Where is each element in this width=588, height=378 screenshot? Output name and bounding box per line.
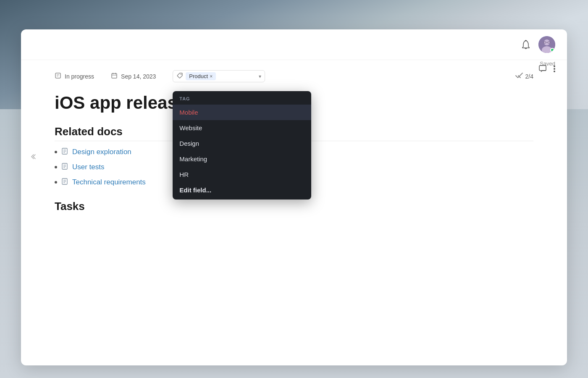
status-icon bbox=[55, 72, 61, 80]
bullet-icon bbox=[55, 166, 57, 168]
dropdown-item-design[interactable]: Design bbox=[173, 136, 311, 151]
tag-chip-product: Product × bbox=[186, 72, 216, 80]
bell-icon[interactable] bbox=[520, 39, 532, 50]
svg-rect-14 bbox=[112, 74, 117, 78]
content-area: In progress Sep 14, 2023 bbox=[21, 60, 567, 223]
bullet-icon bbox=[55, 181, 57, 184]
date-text: Sep 14, 2023 bbox=[121, 73, 156, 80]
dropdown-item-edit-field[interactable]: Edit field... bbox=[173, 182, 311, 200]
progress-check-icon bbox=[515, 73, 523, 80]
tag-chip-remove[interactable]: × bbox=[210, 74, 213, 79]
calendar-icon bbox=[111, 72, 118, 80]
dropdown-item-mobile[interactable]: Mobile bbox=[173, 105, 311, 120]
online-indicator bbox=[550, 48, 554, 52]
status-item[interactable]: In progress bbox=[55, 72, 94, 80]
metadata-row: In progress Sep 14, 2023 bbox=[55, 70, 533, 82]
doc-link-user-tests[interactable]: User tests bbox=[72, 163, 105, 171]
svg-point-0 bbox=[525, 40, 527, 42]
doc-link-design-exploration[interactable]: Design exploration bbox=[72, 148, 131, 156]
avatar[interactable] bbox=[538, 36, 555, 53]
tag-search-input[interactable] bbox=[218, 73, 244, 79]
progress-indicator: 2/4 bbox=[515, 73, 533, 80]
status-text: In progress bbox=[65, 73, 94, 80]
doc-link-technical-requirements[interactable]: Technical requirements bbox=[72, 178, 146, 186]
dropdown-item-hr[interactable]: HR bbox=[173, 167, 311, 182]
svg-point-18 bbox=[181, 74, 181, 75]
doc-icon bbox=[61, 148, 68, 156]
main-card: Saved bbox=[21, 29, 567, 365]
date-item[interactable]: Sep 14, 2023 bbox=[111, 72, 156, 80]
tag-selector[interactable]: Product × ▾ bbox=[173, 70, 265, 82]
svg-rect-11 bbox=[55, 73, 60, 78]
tasks-heading: Tasks bbox=[55, 200, 533, 213]
doc-icon bbox=[61, 178, 68, 186]
tag-chip-label: Product bbox=[189, 73, 208, 79]
tag-dropdown: TAG Mobile Website Design Marketing HR bbox=[173, 91, 311, 200]
progress-text: 2/4 bbox=[525, 73, 533, 80]
tag-container: Product × ▾ TAG Mobile Website bbox=[173, 70, 265, 82]
tag-icon bbox=[176, 72, 183, 80]
dropdown-header: TAG bbox=[173, 91, 311, 105]
doc-icon bbox=[61, 163, 68, 171]
tag-chevron-icon[interactable]: ▾ bbox=[259, 74, 261, 79]
dropdown-item-website[interactable]: Website bbox=[173, 120, 311, 136]
dropdown-item-marketing[interactable]: Marketing bbox=[173, 151, 311, 167]
bullet-icon bbox=[55, 151, 57, 153]
top-bar bbox=[21, 29, 567, 60]
